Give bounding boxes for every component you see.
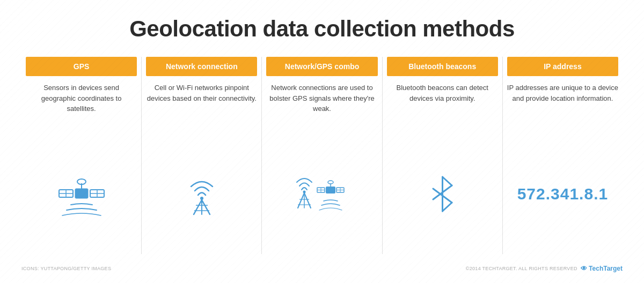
footer: ICONS: YUTTAPONG/GETTY IMAGES ©2014 TECH… (21, 260, 623, 272)
col-desc-gps: Sensors in devices send geographic coord… (26, 83, 137, 125)
icon-area-network (146, 134, 257, 254)
column-combo: Network/GPS combo Network connections ar… (262, 57, 382, 254)
col-desc-bluetooth: Bluetooth beacons can detect devices via… (387, 83, 498, 125)
col-desc-combo: Network connections are used to bolster … (266, 83, 377, 125)
columns-wrapper: GPS Sensors in devices send geographic c… (21, 57, 623, 254)
col-desc-network: Cell or Wi-Fi networks pinpoint devices … (146, 83, 257, 125)
tower-satellite-icon (292, 172, 352, 217)
svg-line-11 (202, 200, 210, 214)
footer-right: ©2014 TECHTARGET. ALL RIGHTS RESERVED 👁 … (466, 265, 623, 272)
techtarget-logo: 👁 TechTarget (581, 265, 623, 272)
page-title: Geolocation data collection methods (129, 16, 515, 42)
svg-rect-21 (326, 187, 335, 193)
col-header-combo: Network/GPS combo (266, 57, 377, 76)
page-wrapper: Geolocation data collection methods GPS … (0, 0, 644, 283)
icon-area-bluetooth (387, 134, 498, 254)
ip-address-text: 572.341.8.1 (517, 185, 608, 203)
col-header-network: Network connection (146, 57, 257, 76)
svg-line-31 (442, 177, 452, 185)
footer-copyright: ©2014 TECHTARGET. ALL RIGHTS RESERVED (466, 266, 577, 271)
column-bluetooth: Bluetooth beacons Bluetooth beacons can … (383, 57, 503, 254)
svg-line-17 (304, 193, 311, 208)
satellite-icon (55, 172, 108, 217)
col-header-bluetooth: Bluetooth beacons (387, 57, 498, 76)
icon-area-ip: 572.341.8.1 (507, 134, 618, 254)
col-header-ip: IP address (507, 57, 618, 76)
bluetooth-icon (428, 173, 457, 215)
col-header-gps: GPS (26, 57, 137, 76)
techtarget-eye-icon: 👁 (581, 265, 587, 272)
svg-line-16 (298, 193, 304, 208)
column-ip: IP address IP addresses are unique to a … (503, 57, 623, 254)
svg-line-33 (442, 203, 452, 211)
tower-icon (180, 172, 223, 217)
footer-credit: ICONS: YUTTAPONG/GETTY IMAGES (21, 266, 111, 271)
column-network: Network connection Cell or Wi-Fi network… (142, 57, 262, 254)
icon-area-combo (266, 134, 377, 254)
icon-area-gps (26, 134, 137, 254)
column-gps: GPS Sensors in devices send geographic c… (21, 57, 142, 254)
svg-line-10 (194, 200, 202, 214)
col-desc-ip: IP addresses are unique to a device and … (507, 83, 618, 125)
svg-rect-0 (75, 189, 88, 198)
